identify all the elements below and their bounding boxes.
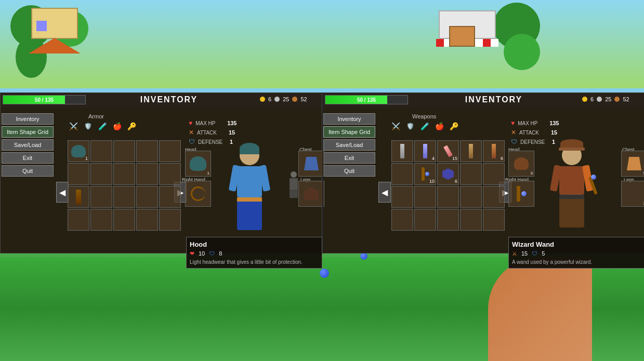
left-quit-btn[interactable]: Quit bbox=[2, 165, 54, 177]
right-item-shape-grid-btn[interactable]: Item Shape Grid bbox=[323, 126, 375, 138]
left-cell-7[interactable] bbox=[113, 163, 135, 185]
right-tooltip-stat2-icon: 🛡 bbox=[532, 250, 537, 257]
left-head-count: 1 bbox=[207, 171, 209, 176]
right-health-text: 50 / 135 bbox=[357, 97, 376, 103]
right-cell-0[interactable] bbox=[391, 140, 413, 162]
right-apple-icon[interactable]: 🍎 bbox=[433, 121, 445, 132]
right-rhand-slot[interactable] bbox=[508, 181, 534, 207]
right-cell-11[interactable] bbox=[414, 186, 436, 208]
right-cell-6[interactable]: 10 bbox=[414, 163, 436, 185]
left-sword-icon[interactable]: ⚔️ bbox=[68, 121, 79, 132]
right-cell-10[interactable] bbox=[391, 186, 413, 208]
left-cell-18[interactable] bbox=[136, 209, 158, 231]
right-chest-slot[interactable]: 5 bbox=[621, 151, 644, 177]
left-save-load-btn[interactable]: Save/Load bbox=[2, 139, 54, 151]
left-legs-slot[interactable] bbox=[298, 181, 324, 207]
right-inventory-btn[interactable]: Inventory bbox=[323, 113, 375, 125]
right-cell-5[interactable] bbox=[391, 163, 413, 185]
right-cell-4[interactable]: 6 bbox=[483, 140, 505, 162]
left-chest-slot[interactable] bbox=[298, 151, 324, 177]
left-cell-16[interactable] bbox=[90, 209, 112, 231]
right-cell-19[interactable] bbox=[483, 209, 505, 231]
right-cell-18[interactable] bbox=[460, 209, 482, 231]
right-icon-row: ⚔️ 🛡️ 🧪 🍎 🔑 bbox=[390, 121, 459, 132]
silver-coin-right bbox=[597, 97, 602, 102]
left-item-wand bbox=[76, 190, 81, 204]
left-cell-13[interactable] bbox=[136, 186, 158, 208]
left-exit-btn[interactable]: Exit bbox=[2, 152, 54, 164]
right-cell-9[interactable] bbox=[483, 163, 505, 185]
left-cell-6[interactable] bbox=[90, 163, 112, 185]
right-key-icon[interactable]: 🔑 bbox=[448, 121, 459, 132]
left-cell-5[interactable] bbox=[68, 163, 89, 185]
left-cell-12[interactable] bbox=[113, 186, 135, 208]
blue-ball-2 bbox=[360, 252, 367, 260]
left-arrow-prev[interactable]: ◀ bbox=[56, 182, 69, 203]
left-rhand-slot[interactable] bbox=[185, 181, 211, 207]
left-shield-icon[interactable]: 🛡️ bbox=[82, 121, 94, 132]
left-cell-19[interactable] bbox=[159, 209, 181, 231]
left-health-bar-container: 50 / 135 bbox=[3, 95, 86, 104]
left-cell-14[interactable] bbox=[159, 186, 181, 208]
right-legs-item bbox=[627, 186, 641, 201]
right-cell-3[interactable] bbox=[460, 140, 482, 162]
left-cell-10[interactable] bbox=[68, 186, 89, 208]
bronze-coin-right bbox=[614, 97, 620, 102]
gold-coin-left bbox=[260, 97, 265, 102]
right-atk-icon: ✕ bbox=[511, 129, 516, 136]
left-cell-11[interactable] bbox=[90, 186, 112, 208]
right-head-count: 3 bbox=[531, 171, 533, 176]
right-head-slot[interactable]: 3 bbox=[508, 151, 534, 177]
right-cell-8[interactable] bbox=[460, 163, 482, 185]
left-cell-17[interactable] bbox=[113, 209, 135, 231]
right-sword-icon[interactable]: ⚔️ bbox=[390, 121, 401, 132]
left-item-shape-grid-btn[interactable]: Item Shape Grid bbox=[2, 126, 54, 138]
right-save-load-btn[interactable]: Save/Load bbox=[323, 139, 375, 151]
left-character-area bbox=[208, 138, 291, 247]
left-cell-15[interactable] bbox=[68, 209, 89, 231]
left-head-slot[interactable]: 1 bbox=[185, 151, 211, 177]
left-tooltip-stat1-val: 10 bbox=[199, 250, 205, 257]
right-item-dagger bbox=[443, 145, 453, 157]
left-bow-item bbox=[191, 186, 205, 201]
left-hood-item bbox=[190, 156, 206, 171]
left-cell-0[interactable]: 1 bbox=[68, 140, 89, 162]
right-def-icon: 🛡 bbox=[511, 138, 517, 145]
right-exit-btn[interactable]: Exit bbox=[323, 152, 375, 164]
right-cell-1[interactable]: 4 bbox=[414, 140, 436, 162]
left-item-hood bbox=[71, 145, 86, 157]
right-legs-slot[interactable]: 2 bbox=[621, 181, 644, 207]
right-potion-icon[interactable]: 🧪 bbox=[419, 121, 430, 132]
right-arrow-prev[interactable]: ◀ bbox=[378, 182, 391, 203]
right-item-wand2 bbox=[422, 167, 429, 181]
silver-amount-left: 25 bbox=[283, 96, 289, 102]
left-key-icon[interactable]: 🔑 bbox=[126, 121, 137, 132]
left-potion-icon[interactable]: 🧪 bbox=[97, 121, 108, 132]
left-cell-3[interactable] bbox=[136, 140, 158, 162]
right-cell-2[interactable]: 15 bbox=[437, 140, 459, 162]
right-cell-7[interactable]: 6 bbox=[437, 163, 459, 185]
left-cell-1[interactable] bbox=[90, 140, 112, 162]
left-cell-8[interactable] bbox=[136, 163, 158, 185]
right-hood-item bbox=[514, 157, 529, 170]
left-tooltip-stat1-icon: ❤ bbox=[190, 250, 194, 257]
left-cell-2[interactable] bbox=[113, 140, 135, 162]
right-cell-15[interactable] bbox=[391, 209, 413, 231]
left-hp-label: MAX HP bbox=[195, 121, 224, 126]
right-shield-icon[interactable]: 🛡️ bbox=[404, 121, 416, 132]
right-item-staff bbox=[469, 144, 473, 158]
right-cell-13[interactable] bbox=[460, 186, 482, 208]
right-cell-16[interactable] bbox=[414, 209, 436, 231]
right-hp-label: MAX HP bbox=[518, 121, 546, 126]
left-health-text: 50 / 135 bbox=[35, 97, 54, 103]
left-inventory-btn[interactable]: Inventory bbox=[2, 113, 54, 125]
left-cell-4[interactable] bbox=[159, 140, 181, 162]
right-quit-btn[interactable]: Quit bbox=[323, 165, 375, 177]
left-hp-value: 135 bbox=[227, 120, 236, 126]
right-cell-17[interactable] bbox=[437, 209, 459, 231]
left-cell-9[interactable] bbox=[159, 163, 181, 185]
right-cell-12[interactable] bbox=[437, 186, 459, 208]
left-apple-icon[interactable]: 🍎 bbox=[111, 121, 123, 132]
left-atk-icon: ✕ bbox=[189, 129, 194, 136]
right-cell-14[interactable] bbox=[483, 186, 505, 208]
